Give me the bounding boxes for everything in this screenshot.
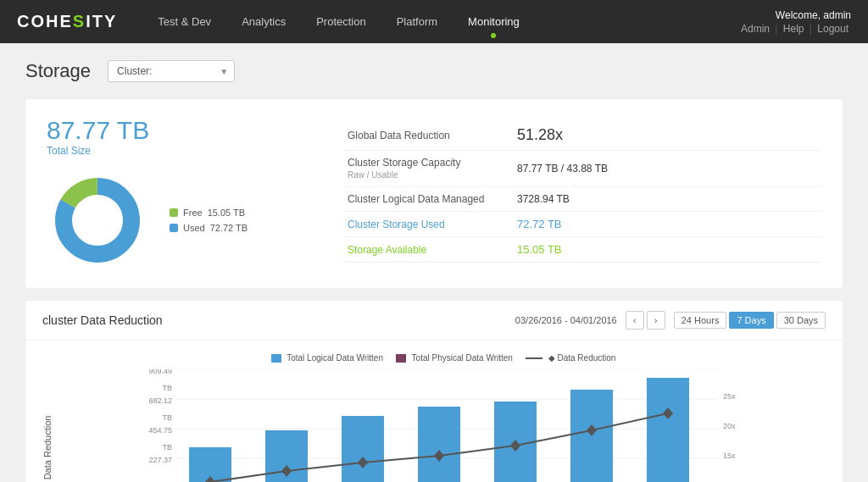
header-user-info: Welcome, admin Admin | Help | Logout <box>738 9 851 35</box>
time-btn-7d[interactable]: 7 Days <box>729 312 773 329</box>
nav-item-analytics[interactable]: Analytics <box>226 0 301 43</box>
legend-physical-label: Total Physical Data Written <box>412 353 513 363</box>
free-value: 15.05 TB <box>208 208 245 218</box>
svg-text:682.12: 682.12 <box>148 396 172 405</box>
main-content: Storage Cluster: ▼ 87.77 TB Total Size <box>0 43 868 482</box>
bar-logical-3 <box>418 407 460 482</box>
main-nav: Test & Dev Analytics Protection Platform… <box>142 0 738 43</box>
available-value: 15.05 TB <box>513 237 821 263</box>
bar-logical-2 <box>342 416 384 482</box>
admin-link[interactable]: Admin <box>741 23 770 35</box>
nav-item-platform[interactable]: Platform <box>381 0 453 43</box>
nav-item-monitoring[interactable]: Monitoring <box>453 0 535 43</box>
chart-wrapper: Total Logical Data Written Total Physica… <box>61 353 826 482</box>
nav-arrows: ‹ › <box>626 311 665 330</box>
legend-physical-icon <box>396 354 406 363</box>
legend-logical: Total Logical Data Written <box>271 353 383 363</box>
bar-logical-6 <box>647 378 689 482</box>
stat-row-capacity: Cluster Storage Capacity Raw / Usable 87… <box>343 151 821 187</box>
used-link-value: 72.72 TB <box>513 212 821 237</box>
chart-area: Data Reduction Total Logical Data Writte… <box>25 341 843 482</box>
storage-right: Global Data Reduction 51.28x Cluster Sto… <box>343 116 821 271</box>
stat-row-available: Storage Available 15.05 TB <box>343 237 821 263</box>
legend-reduction: ◆ Data Reduction <box>526 353 616 363</box>
page-title: Storage <box>25 60 91 82</box>
nav-item-protection[interactable]: Protection <box>301 0 381 43</box>
legend-free: Free 15.05 TB <box>170 208 248 218</box>
total-size-label: Total Size <box>47 145 318 157</box>
capacity-value: 87.77 TB / 43.88 TB <box>513 151 821 187</box>
storage-left: 87.77 TB Total Size Free 15.05 TB <box>47 116 318 271</box>
logical-label: Cluster Logical Data Managed <box>343 187 513 212</box>
global-reduction-label: Global Data Reduction <box>343 120 513 151</box>
svg-text:TB: TB <box>162 413 172 422</box>
chart-svg: 0 227.37 TB 454.75 TB 682.12 TB 909.49 1… <box>108 369 796 482</box>
donut-chart <box>47 169 148 271</box>
svg-text:15x: 15x <box>723 452 736 460</box>
help-link[interactable]: Help <box>783 23 804 35</box>
available-label: Storage Available <box>343 237 513 263</box>
cluster-dropdown[interactable]: Cluster: <box>108 60 235 82</box>
svg-text:TB: TB <box>162 384 172 392</box>
chart-legend: Total Logical Data Written Total Physica… <box>61 353 826 363</box>
donut-container: Free 15.05 TB Used 72.72 TB <box>47 169 318 271</box>
svg-point-2 <box>74 197 121 244</box>
svg-text:454.75: 454.75 <box>148 426 172 435</box>
cluster-dropdown-wrapper: Cluster: ▼ <box>108 60 235 82</box>
prev-arrow-button[interactable]: ‹ <box>626 311 644 330</box>
legend-used: Used 72.72 TB <box>170 223 248 233</box>
global-reduction-value: 51.28x <box>513 120 821 151</box>
time-btn-30d[interactable]: 30 Days <box>776 312 826 329</box>
legend-reduction-line <box>526 357 542 359</box>
logo: COHESITY <box>17 12 117 31</box>
legend-physical: Total Physical Data Written <box>396 353 513 363</box>
welcome-text: Welcome, admin <box>738 9 851 21</box>
header-links: Admin | Help | Logout <box>738 23 851 35</box>
legend-logical-icon <box>271 354 281 363</box>
used-link-label[interactable]: Cluster Storage Used <box>343 212 513 237</box>
legend-logical-label: Total Logical Data Written <box>287 353 383 363</box>
svg-text:TB: TB <box>162 443 172 452</box>
stat-row-used: Cluster Storage Used 72.72 TB <box>343 212 821 237</box>
used-value: 72.72 TB <box>210 223 248 233</box>
used-label: Used <box>183 223 205 233</box>
svg-text:25x: 25x <box>723 392 736 401</box>
capacity-label: Cluster Storage Capacity Raw / Usable <box>343 151 513 187</box>
storage-section: 87.77 TB Total Size Free 15.05 TB <box>25 99 843 288</box>
date-range: 03/26/2016 - 04/01/2016 <box>515 315 617 325</box>
nav-item-testdev[interactable]: Test & Dev <box>142 0 226 43</box>
page-header: Storage Cluster: ▼ <box>25 60 843 82</box>
stat-row-global: Global Data Reduction 51.28x <box>343 120 821 151</box>
app-header: COHESITY Test & Dev Analytics Protection… <box>0 0 868 43</box>
legend-reduction-label: Data Reduction <box>557 353 615 363</box>
svg-text:20x: 20x <box>723 422 736 430</box>
free-label: Free <box>183 208 203 218</box>
donut-legend: Free 15.05 TB Used 72.72 TB <box>170 208 248 233</box>
logical-value: 3728.94 TB <box>513 187 821 212</box>
reduction-title: cluster Data Reduction <box>42 313 163 327</box>
reduction-section: cluster Data Reduction 03/26/2016 - 04/0… <box>25 301 843 482</box>
logout-link[interactable]: Logout <box>817 23 849 35</box>
svg-text:909.49: 909.49 <box>148 369 172 375</box>
next-arrow-button[interactable]: › <box>647 311 665 330</box>
stats-table: Global Data Reduction 51.28x Cluster Sto… <box>343 120 821 263</box>
total-size-value: 87.77 TB <box>47 116 318 145</box>
reduction-header: cluster Data Reduction 03/26/2016 - 04/0… <box>25 301 843 341</box>
time-btn-24h[interactable]: 24 Hours <box>674 312 727 329</box>
free-dot <box>170 208 178 217</box>
stat-row-logical: Cluster Logical Data Managed 3728.94 TB <box>343 187 821 212</box>
reduction-controls: 03/26/2016 - 04/01/2016 ‹ › 24 Hours 7 D… <box>515 311 826 330</box>
chart-svg-wrapper: 0 227.37 TB 454.75 TB 682.12 TB 909.49 1… <box>61 369 826 482</box>
time-buttons: 24 Hours 7 Days 30 Days <box>674 312 826 329</box>
svg-text:227.37: 227.37 <box>148 456 172 464</box>
chart-y-label: Data Reduction <box>42 353 53 482</box>
used-dot <box>170 224 178 232</box>
